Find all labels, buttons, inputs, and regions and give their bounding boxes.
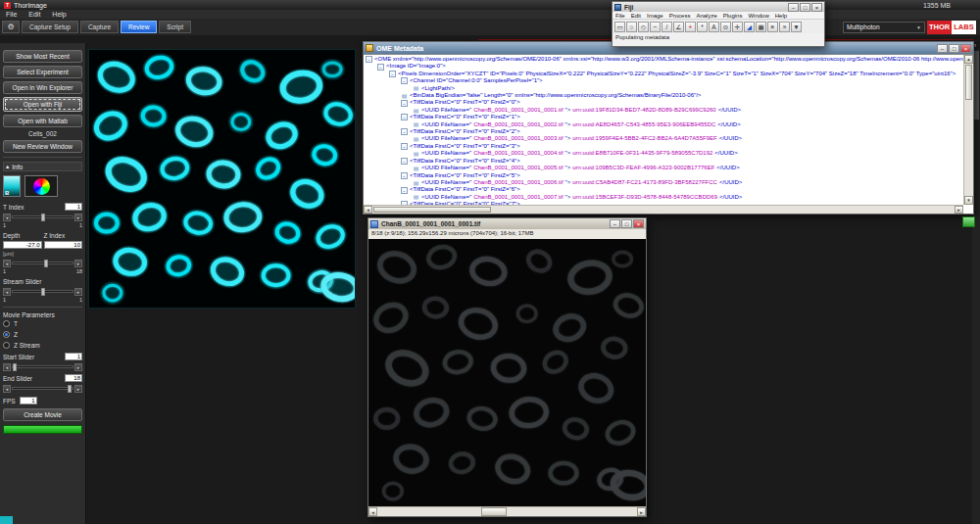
slider-track[interactable] — [12, 215, 74, 218]
channel-b-swatch[interactable]: B — [3, 175, 21, 197]
tree-collapse-icon[interactable]: − — [401, 187, 408, 194]
xml-node-icon[interactable]: ▤ — [413, 108, 419, 114]
show-most-recent-button[interactable]: Show Most Recent — [3, 50, 82, 63]
radio-z-stream[interactable]: Z Stream — [3, 342, 82, 349]
open-with-matlab-button[interactable]: Open with Matlab — [3, 115, 82, 127]
info-section-header[interactable]: ▴ Info — [3, 162, 82, 171]
minimize-button[interactable]: − — [788, 3, 799, 12]
zoom-tool-icon[interactable]: ⊙ — [720, 22, 731, 32]
hand-tool-icon[interactable]: ✛ — [732, 22, 743, 32]
xml-line[interactable]: −<TiffData FirstC="0" FirstT="0" FirstZ=… — [364, 114, 963, 120]
menu-help[interactable]: Help — [46, 11, 72, 18]
more-tools-icon[interactable]: » — [779, 22, 790, 32]
tab-capture[interactable]: Capture — [80, 21, 119, 33]
slider-thumb[interactable] — [41, 214, 45, 221]
xml-line[interactable]: ▤<LightPath/> — [364, 85, 963, 92]
maximize-button[interactable]: □ — [800, 3, 810, 12]
tree-collapse-icon[interactable]: − — [401, 114, 408, 120]
slider-track[interactable] — [12, 290, 74, 293]
scrollbar-thumb[interactable] — [373, 207, 491, 213]
open-in-win-explorer-button[interactable]: Open in Win Explorer — [3, 81, 82, 94]
tree-collapse-icon[interactable]: − — [401, 100, 408, 107]
xml-node-icon[interactable]: ▤ — [413, 180, 419, 186]
fps-input[interactable]: 1 — [20, 397, 37, 405]
tree-collapse-icon[interactable]: − — [401, 158, 408, 165]
slider-left-arrow-icon[interactable]: ◄ — [3, 385, 11, 393]
point-tool-icon[interactable]: + — [685, 22, 696, 32]
modality-dropdown[interactable]: Multiphoton ▼ — [843, 22, 925, 33]
slider-right-arrow-icon[interactable]: ► — [74, 385, 82, 393]
xml-node-icon[interactable]: ▤ — [413, 166, 419, 171]
fiji-menu-edit[interactable]: Edit — [628, 13, 644, 19]
slider-left-arrow-icon[interactable]: ◄ — [3, 214, 11, 221]
select-experiment-button[interactable]: Select Experiment — [3, 66, 82, 78]
fiji-sync-icon[interactable] — [962, 216, 975, 227]
radio-t[interactable]: T — [3, 320, 82, 327]
xml-node-icon[interactable]: ▤ — [413, 85, 419, 91]
maximize-button[interactable]: □ — [949, 44, 959, 53]
slider-right-arrow-icon[interactable]: ► — [74, 288, 82, 296]
end-slider[interactable]: ◄ ► — [3, 384, 82, 393]
radio-dot[interactable] — [3, 320, 10, 327]
stack-left-icon[interactable]: ◄ — [368, 507, 377, 516]
scroll-right-icon[interactable]: ► — [955, 206, 963, 214]
depth-input[interactable]: -27.0 — [3, 241, 42, 249]
fiji-menu-window[interactable]: Window — [745, 13, 771, 19]
angle-tool-icon[interactable]: ∠ — [673, 22, 684, 32]
stream-slider[interactable]: ◄ ► — [3, 287, 82, 296]
settings-gear-icon[interactable]: ⚙ — [2, 21, 20, 33]
z-index-slider[interactable]: ◄ ► — [3, 259, 82, 267]
slider-left-arrow-icon[interactable]: ◄ — [3, 288, 11, 296]
xml-line[interactable]: ▤<UUID FileName="ChanB_0001_0001_0001_00… — [364, 194, 963, 201]
fiji-menu-image[interactable]: Image — [644, 13, 666, 19]
slider-thumb[interactable] — [44, 260, 48, 267]
tree-collapse-icon[interactable]: − — [401, 143, 408, 150]
scrollbar-thumb[interactable] — [965, 65, 972, 100]
create-movie-button[interactable]: Create Movie — [3, 408, 82, 421]
ome-vertical-scrollbar[interactable]: ▲ ▼ — [963, 55, 973, 205]
ome-xml-tree[interactable]: −<OME xmlns="http://www.openmicroscopy.o… — [364, 54, 973, 214]
open-with-fiji-button[interactable]: Open with Fiji — [3, 97, 82, 112]
tree-collapse-icon[interactable]: − — [366, 56, 372, 63]
scroll-down-icon[interactable]: ▼ — [964, 196, 973, 205]
close-button[interactable]: × — [811, 3, 822, 12]
radio-z[interactable]: Z — [3, 331, 82, 338]
scrollbar-thumb[interactable] — [974, 51, 979, 119]
xml-node-icon[interactable]: ▤ — [413, 136, 419, 142]
xml-line[interactable]: −<TiffData FirstC="0" FirstT="0" FirstZ=… — [364, 143, 963, 150]
freehand-tool-icon[interactable]: ~ — [650, 22, 661, 32]
polygon-tool-icon[interactable]: ◇ — [638, 22, 649, 32]
slider-thumb[interactable] — [41, 288, 45, 296]
xml-line[interactable]: ▤<UUID FileName="ChanB_0001_0001_0001_00… — [364, 121, 963, 128]
xml-node-icon[interactable]: ▤ — [413, 121, 419, 127]
text-tool-icon[interactable]: A — [709, 22, 719, 32]
scroll-up-icon[interactable]: ▲ — [964, 55, 973, 64]
image-window-titlebar[interactable]: ChanB_0001_0001_0001_0001.tif − □ × — [368, 218, 646, 229]
xml-line[interactable]: ▤<UUID FileName="ChanB_0001_0001_0001_00… — [364, 135, 963, 142]
xml-line[interactable]: ▤<UUID FileName="ChanB_0001_0001_0001_00… — [364, 107, 963, 114]
fiji-titlebar[interactable]: Fiji − □ × — [612, 2, 824, 12]
slider-right-arrow-icon[interactable]: ► — [74, 260, 82, 267]
xml-line[interactable]: ▤<UUID FileName="ChanB_0001_0001_0001_00… — [364, 165, 963, 171]
tree-collapse-icon[interactable]: − — [401, 77, 408, 84]
stack-right-icon[interactable]: ► — [637, 507, 646, 516]
stack-slider-track[interactable] — [377, 507, 637, 516]
new-review-window-button[interactable]: New Review Window — [3, 140, 82, 153]
xml-line[interactable]: −<Image ID="Image:0"> — [364, 63, 963, 70]
tree-collapse-icon[interactable]: − — [401, 128, 408, 135]
slider-right-arrow-icon[interactable]: ► — [74, 363, 82, 371]
menu-edit[interactable]: Edit — [23, 11, 46, 18]
line-tool-icon[interactable]: / — [662, 22, 672, 32]
fiji-window[interactable]: Fiji − □ × File Edit Image Process Analy… — [612, 1, 825, 47]
xml-line[interactable]: −<TiffData FirstC="0" FirstT="0" FirstZ=… — [364, 186, 963, 193]
xml-line[interactable]: −<TiffData FirstC="0" FirstT="0" FirstZ=… — [364, 158, 963, 165]
window-titlebar[interactable]: T ThorImage 1355 MB — [0, 0, 980, 10]
stack-slider-thumb[interactable] — [481, 507, 507, 516]
xml-line[interactable]: −<TiffData FirstC="0" FirstT="0" FirstZ=… — [364, 128, 963, 135]
fiji-menu-analyze[interactable]: Analyze — [693, 13, 719, 19]
oval-tool-icon[interactable]: ○ — [626, 22, 637, 32]
xml-node-icon[interactable]: ▤ — [413, 151, 419, 157]
wand-tool-icon[interactable]: * — [697, 22, 708, 32]
radio-dot-selected[interactable] — [3, 331, 10, 338]
colormap-box[interactable] — [24, 175, 58, 197]
